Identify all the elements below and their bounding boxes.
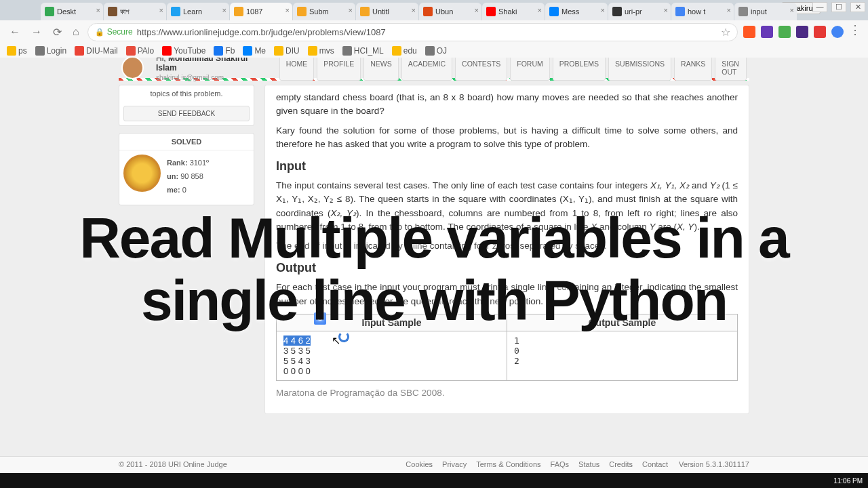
maximize-button[interactable]: ☐: [831, 2, 846, 12]
bookmark-item[interactable]: mvs: [308, 46, 334, 56]
site-footer: © 2011 - 2018 URI Online Judge CookiesPr…: [0, 456, 868, 472]
bookmark-item[interactable]: Me: [243, 46, 266, 56]
nav-forum[interactable]: FORUM: [510, 58, 550, 81]
browser-tab[interactable]: uri-pr×: [608, 3, 671, 20]
browser-tab[interactable]: Untitl×: [356, 3, 418, 20]
browser-tab[interactable]: Subm×: [293, 3, 355, 20]
favicon: [486, 7, 496, 16]
input-heading: Input: [276, 159, 738, 174]
selected-text: 4 4 6 2: [283, 336, 311, 346]
cursor-icon: ↖: [332, 334, 340, 347]
browser-tab[interactable]: কাশ×: [104, 3, 166, 20]
bookmark-item[interactable]: ps: [7, 46, 27, 56]
bookmark-item[interactable]: HCI_ML: [342, 46, 384, 56]
tab-close-icon[interactable]: ×: [538, 6, 542, 14]
browser-tab[interactable]: Mess×: [545, 3, 608, 20]
forward-button[interactable]: →: [28, 26, 45, 38]
user-email: shakirul.is@gmail.com: [156, 74, 224, 81]
nav-problems[interactable]: PROBLEMS: [553, 58, 606, 81]
footer-link[interactable]: FAQs: [551, 460, 570, 468]
favicon: [108, 7, 117, 16]
nav-ranks[interactable]: RANKS: [674, 58, 712, 81]
close-button[interactable]: ✕: [850, 2, 865, 12]
footer-link[interactable]: Privacy: [442, 460, 467, 468]
back-button[interactable]: ←: [7, 26, 23, 38]
tab-close-icon[interactable]: ×: [159, 6, 163, 14]
bookmark-item[interactable]: OJ: [425, 46, 447, 56]
bookmark-item[interactable]: YouTube: [162, 46, 205, 56]
version-label: Version 5.3.1.301117: [679, 460, 749, 468]
tab-close-icon[interactable]: ×: [285, 6, 290, 14]
footer-link[interactable]: Terms & Conditions: [476, 460, 540, 468]
browser-tab[interactable]: 1087×: [230, 3, 292, 20]
nav-contests[interactable]: CONTESTSNEW: [455, 58, 507, 81]
send-feedback-button[interactable]: SEND FEEDBACK: [123, 106, 250, 121]
bookmark-star-icon[interactable]: ☆: [721, 26, 730, 39]
solved-panel: SOLVED Rank: 3101º un: 90 858 me: 0: [119, 133, 254, 205]
favicon: [234, 7, 243, 16]
avatar[interactable]: [121, 58, 144, 79]
footer-link[interactable]: Status: [578, 460, 599, 468]
minimize-button[interactable]: —: [812, 2, 827, 12]
browser-tab[interactable]: how t×: [671, 3, 734, 20]
bookmark-icon: [7, 46, 16, 56]
bookmark-item[interactable]: DIU-Mail: [75, 46, 118, 56]
tab-close-icon[interactable]: ×: [349, 6, 353, 14]
nav-profile[interactable]: PROFILE: [317, 58, 361, 81]
bookmark-item[interactable]: Login: [35, 46, 66, 56]
nav-news[interactable]: NEWS: [363, 58, 399, 81]
taskbar-clock: 11:06 PM: [833, 477, 868, 485]
tab-close-icon[interactable]: ×: [790, 6, 794, 14]
translate-icon[interactable]: G: [314, 312, 326, 325]
nav-sign-out[interactable]: SIGN OUT: [715, 58, 747, 81]
ext-icon[interactable]: [743, 26, 755, 38]
home-button[interactable]: ⌂: [70, 26, 82, 38]
browser-tab[interactable]: input×: [734, 3, 797, 20]
bookmark-item[interactable]: PAlo: [126, 46, 154, 56]
ext-icon[interactable]: [778, 26, 791, 38]
footer-link[interactable]: Contact: [642, 460, 668, 468]
menu-icon[interactable]: ⋮: [849, 26, 861, 38]
taskbar[interactable]: 11:06 PM: [0, 473, 868, 488]
output-paragraph: For each test case in the input your pro…: [276, 281, 738, 308]
ext-icon[interactable]: [831, 26, 844, 38]
browser-tab[interactable]: Ubun×: [419, 3, 481, 20]
tab-close-icon[interactable]: ×: [412, 6, 416, 14]
bookmark-icon: [35, 46, 45, 56]
favicon: [360, 7, 370, 16]
output-sample-cell[interactable]: 1 0 2: [507, 331, 738, 380]
page-viewport: Hi, Mohammad Shakirul Islam shakirul.is@…: [0, 58, 868, 488]
tab-close-icon[interactable]: ×: [727, 6, 731, 14]
nav-home[interactable]: HOME: [279, 58, 315, 81]
reload-button[interactable]: ⟳: [50, 26, 64, 39]
footer-link[interactable]: Credits: [609, 460, 633, 468]
tab-close-icon[interactable]: ×: [222, 6, 226, 14]
tab-close-icon[interactable]: ×: [475, 6, 479, 14]
copyright: © 2011 - 2018 URI Online Judge: [119, 460, 227, 468]
ext-icon[interactable]: [761, 26, 773, 38]
browser-tab[interactable]: Deskt×: [41, 3, 103, 20]
window-controls: — ☐ ✕: [812, 2, 865, 12]
bookmark-icon: [342, 46, 352, 56]
tab-close-icon[interactable]: ×: [664, 6, 668, 14]
bookmark-item[interactable]: DIU: [274, 46, 300, 56]
tab-close-icon[interactable]: ×: [96, 6, 100, 14]
bookmark-item[interactable]: edu: [392, 46, 417, 56]
input-paragraph-2: The end of input is indicated by a line …: [276, 239, 738, 253]
bookmark-icon: [162, 46, 172, 56]
bookmark-item[interactable]: Fb: [214, 46, 235, 56]
browser-tab[interactable]: Learn×: [167, 3, 229, 20]
tab-close-icon[interactable]: ×: [601, 6, 605, 14]
nav-submissions[interactable]: SUBMISSIONS: [608, 58, 671, 81]
output-sample-header: Output Sample: [507, 314, 738, 331]
footer-link[interactable]: Cookies: [406, 460, 433, 468]
nav-academic[interactable]: ACADEMIC: [401, 58, 452, 81]
ext-icon[interactable]: [814, 26, 826, 38]
browser-chrome: Shakirul — ☐ ✕ Deskt×কাশ×Learn×1087×Subm…: [0, 0, 868, 58]
address-bar[interactable]: 🔒 Secure https://www.urionlinejudge.com.…: [87, 23, 738, 41]
browser-tab[interactable]: Shaki×: [482, 3, 545, 20]
source-footnote: Maratona de Programação da SBC 2008.: [276, 386, 738, 400]
sample-table: Input Sample Output Sample 4 4 6 2 3 5 3…: [276, 314, 738, 381]
ext-icon[interactable]: [796, 26, 808, 38]
input-sample-cell[interactable]: 4 4 6 2 3 5 3 5 5 5 4 3 0 0 0 0: [277, 331, 507, 380]
